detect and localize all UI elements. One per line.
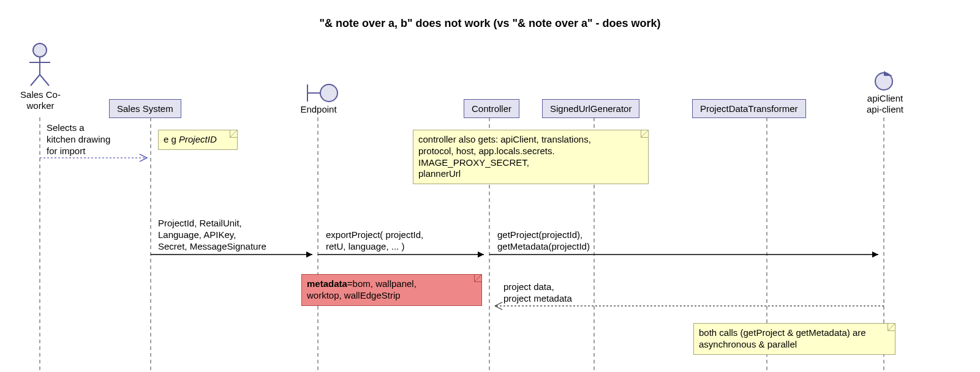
participant-api-client: apiClient api-client	[861, 93, 910, 115]
message-arrow-2	[151, 251, 312, 258]
note-metadata: metadata=bom, wallpanel, worktop, wallEd…	[301, 274, 482, 306]
api-client-icon	[875, 71, 892, 90]
note-metadata-bold: metadata	[307, 278, 347, 289]
message-label-5: project data, project metadata	[503, 281, 572, 305]
note-controller-gets-text: controller also gets: apiClient, transla…	[418, 134, 591, 179]
message-label-1: Selects a kitchen drawing for import	[47, 122, 110, 157]
note-async-parallel-text: both calls (getProject & getMetadata) ar…	[699, 327, 866, 349]
note-async-parallel: both calls (getProject & getMetadata) ar…	[693, 323, 895, 355]
message-label-3: exportProject( projectId, retU, language…	[326, 229, 423, 253]
svg-point-0	[33, 43, 47, 57]
message-label-2: ProjectId, RetailUnit, Language, APIKey,…	[158, 218, 266, 252]
note-project-id: e g ProjectID	[158, 130, 238, 150]
svg-line-3	[31, 75, 40, 86]
svg-point-5	[320, 84, 337, 102]
message-arrow-3	[318, 251, 484, 258]
svg-line-4	[40, 75, 49, 86]
participant-project-data-transformer: ProjectDataTransformer	[692, 99, 806, 118]
participant-controller: Controller	[464, 99, 519, 118]
svg-marker-9	[884, 71, 892, 76]
note-controller-gets: controller also gets: apiClient, transla…	[413, 130, 649, 184]
participant-endpoint: Endpoint	[294, 104, 343, 115]
participant-sales-system: Sales System	[109, 99, 181, 118]
actor-icon	[29, 43, 50, 86]
svg-marker-19	[306, 251, 312, 258]
participant-signed-url-generator: SignedUrlGenerator	[542, 99, 639, 118]
participant-actor: Sales Co-worker	[15, 89, 66, 111]
note-project-id-emph: ProjectID	[179, 134, 217, 144]
boundary-icon	[307, 84, 337, 102]
diagram-canvas	[0, 0, 980, 372]
svg-marker-21	[478, 251, 484, 258]
svg-marker-23	[872, 251, 878, 258]
message-label-4: getProject(projectId), getMetadata(proje…	[497, 229, 590, 253]
message-arrow-4	[489, 251, 878, 258]
note-project-id-prefix: e g	[164, 134, 179, 144]
